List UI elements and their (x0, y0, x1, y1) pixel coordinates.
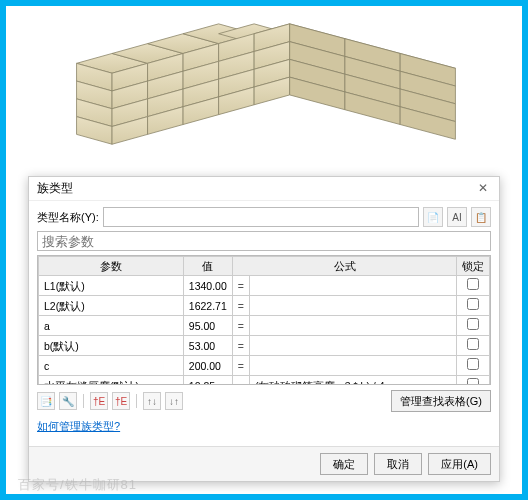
table-row[interactable]: a95.00= (39, 316, 490, 336)
delete-type-icon[interactable]: 📋 (471, 207, 491, 227)
type-name-input[interactable] (103, 207, 419, 227)
move-down-icon[interactable]: ↓↑ (165, 392, 183, 410)
manage-param-icon[interactable]: 🔧 (59, 392, 77, 410)
brick-wall-preview (6, 6, 522, 170)
table-row[interactable]: 水平灰缝厚度(默认)10.25=(灰砂砖砌筑高度 - 3 * b) / 4 (39, 376, 490, 386)
remove-param-icon[interactable]: †E (112, 392, 130, 410)
table-row[interactable]: b(默认)53.00= (39, 336, 490, 356)
table-row[interactable]: c200.00= (39, 356, 490, 376)
rename-type-icon[interactable]: AI (447, 207, 467, 227)
manage-lookup-button[interactable]: 管理查找表格(G) (391, 390, 491, 412)
search-input[interactable] (37, 231, 491, 251)
table-row[interactable]: L2(默认)1622.71= (39, 296, 490, 316)
lock-checkbox[interactable] (467, 378, 479, 385)
cancel-button[interactable]: 取消 (374, 453, 422, 475)
lock-checkbox[interactable] (467, 338, 479, 350)
help-link[interactable]: 如何管理族类型? (37, 420, 120, 432)
table-header: 参数 值 公式 锁定 (39, 257, 490, 276)
type-name-label: 类型名称(Y): (37, 210, 99, 225)
move-up-icon[interactable]: ↑↓ (143, 392, 161, 410)
dialog-titlebar: 族类型 ✕ (29, 177, 499, 201)
add-param-icon[interactable]: †E (90, 392, 108, 410)
lock-checkbox[interactable] (467, 318, 479, 330)
ok-button[interactable]: 确定 (320, 453, 368, 475)
table-row[interactable]: L1(默认)1340.00= (39, 276, 490, 296)
lock-checkbox[interactable] (467, 358, 479, 370)
param-toolbar: 📑 🔧 †E †E ↑↓ ↓↑ 管理查找表格(G) (37, 385, 491, 417)
new-type-icon[interactable]: 📄 (423, 207, 443, 227)
lock-checkbox[interactable] (467, 298, 479, 310)
watermark: 百家号/铁牛咖研81 (18, 476, 137, 494)
close-icon[interactable]: ✕ (475, 181, 491, 197)
family-types-dialog: 族类型 ✕ 类型名称(Y): 📄 AI 📋 参数 值 (28, 176, 500, 482)
lock-checkbox[interactable] (467, 278, 479, 290)
apply-button[interactable]: 应用(A) (428, 453, 491, 475)
dialog-title: 族类型 (37, 180, 73, 197)
new-param-icon[interactable]: 📑 (37, 392, 55, 410)
parameter-table[interactable]: 参数 值 公式 锁定 L1(默认)1340.00= L2(默认)1622.71=… (37, 255, 491, 385)
